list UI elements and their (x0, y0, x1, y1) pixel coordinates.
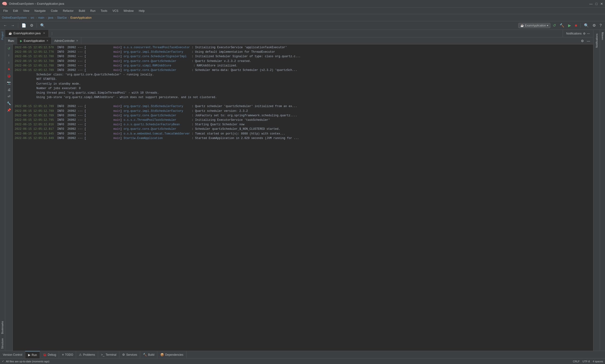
log-pid: 26992 (67, 109, 76, 113)
log-message: : Scheduler meta-data: Quartz Scheduler … (190, 68, 297, 72)
log-pid: 26992 (67, 50, 76, 54)
run-tab-close[interactable]: ✕ (46, 39, 49, 42)
menu-item-window[interactable]: Window (121, 8, 136, 13)
rerun-button[interactable]: ↺ (6, 45, 12, 52)
menu-item-tools[interactable]: Tools (98, 8, 110, 13)
search-everywhere-button[interactable]: 🔍 (39, 22, 46, 29)
bottom-tab-version-control[interactable]: Version Control (0, 351, 25, 358)
bottom-tab-terminal[interactable]: >_Terminal (98, 351, 119, 358)
log-class: o.s.s.concurrent.ThreadPoolTaskExecutor (124, 46, 190, 49)
run-tab-admin-controller[interactable]: AdminController ✕ (51, 37, 81, 44)
bottom-tab-label: TODO (65, 353, 73, 356)
log-timestamp: 2022-06-15 12:05:12.849 (15, 137, 54, 140)
stop-button[interactable]: ■ (573, 23, 579, 29)
breadcrumb-item-1[interactable]: src (30, 16, 34, 19)
bottom-tab-build[interactable]: 🔨Build (140, 351, 157, 358)
scheduler-info-line: Scheduler class: 'org.quartz.core.Quartz… (15, 73, 591, 77)
log-output: 2022-06-15 12:05:12.578 INFO 26992 --- [… (13, 44, 593, 351)
attach-debugger-button[interactable]: 🐞 (6, 73, 12, 79)
indent[interactable]: 4 spaces (593, 360, 603, 363)
recent-files-button[interactable]: 📄 (20, 22, 28, 29)
pin-button[interactable]: 📌 (6, 107, 12, 113)
log-message: : Initializing ExecutorService 'taskSche… (190, 118, 270, 122)
log-message: : Initializing ExecutorService 'applicat… (190, 46, 287, 49)
bottom-tab-dependencies[interactable]: 📦Dependencies (157, 351, 186, 358)
run-tab-admin-close[interactable]: ✕ (76, 39, 78, 42)
maven-label[interactable]: Maven (600, 30, 605, 42)
scroll-up-button[interactable]: ↑ (6, 52, 12, 58)
scroll-down-button[interactable]: ↓ (6, 59, 12, 65)
maximize-button[interactable]: □ (595, 2, 597, 6)
menu-item-vcs[interactable]: VCS (110, 8, 121, 13)
breadcrumb-item-2[interactable]: main (38, 16, 44, 19)
notifications-side-tab[interactable]: Notifications (594, 32, 599, 50)
menu-item-file[interactable]: File (1, 8, 10, 13)
bottom-tab-label: Version Control (3, 353, 22, 356)
run-minimize-button[interactable]: — (586, 38, 591, 43)
print-button[interactable]: 🖨 (6, 87, 12, 93)
log-level: INFO (57, 46, 64, 49)
log-line: 2022-06-15 12:05:12.849 INFO 26992 --- [… (15, 136, 591, 141)
breadcrumb-item-5[interactable]: ExamApplication (70, 16, 91, 19)
menu-item-navigate[interactable]: Navigate (32, 8, 48, 13)
bottom-tab-run[interactable]: ▶Run (25, 351, 40, 358)
minimize-button[interactable]: — (589, 2, 593, 6)
tab-close-button[interactable]: ✕ (43, 32, 45, 35)
menu-item-edit[interactable]: Edit (11, 8, 20, 13)
run-button[interactable]: ▶ (567, 22, 572, 29)
snapshot-button[interactable]: 📷 (6, 80, 12, 86)
refresh-button[interactable]: ↺ (551, 22, 557, 29)
run-side: ↺ ↑ ↓ ■ 🐞 📷 🖨 ⏎ 🔧 📌 2022-06-15 12:05:12.… (5, 44, 593, 351)
structure-tab[interactable]: Structure (0, 336, 5, 351)
notifications-close-icon[interactable]: — (587, 32, 590, 35)
log-timestamp: 2022-06-15 12:05:12.776 (15, 50, 54, 54)
settings-button[interactable]: ⚙ (29, 22, 35, 29)
bottom-tab-icon: ⚙ (122, 353, 125, 356)
log-timestamp: 2022-06-15 12:05:12.789 (15, 105, 54, 108)
menu-item-run[interactable]: Run (88, 8, 98, 13)
log-line: 2022-06-15 12:05:12.788 INFO 26992 --- [… (15, 54, 591, 59)
notifications-settings-icon[interactable]: ⚙ (583, 32, 586, 35)
breadcrumb-separator: › (68, 16, 69, 19)
line-endings[interactable]: CRLF (573, 360, 580, 363)
gear-button[interactable]: ⚙ (591, 22, 597, 29)
stop-button[interactable]: ■ (6, 66, 12, 72)
bottom-tab-problems[interactable]: ⚠Problems (76, 351, 98, 358)
notifications-tab[interactable]: Notifications ⚙ — (563, 30, 593, 37)
breadcrumb-item-4[interactable]: Start1w (57, 16, 67, 19)
bottom-tab-services[interactable]: ⚙Services (119, 351, 140, 358)
run-tab-bar: Run: ▶ ExamApplication ✕ AdminController… (5, 37, 593, 44)
help-button[interactable]: ? (598, 23, 603, 29)
run-config-label: ExamApplication (525, 24, 546, 27)
menu-item-help[interactable]: Help (136, 8, 147, 13)
log-pid: 26992 (67, 105, 76, 108)
scheduler-info-line: Using thread pool 'org.quartz.simpl.Simp… (15, 91, 591, 95)
forward-button[interactable]: → (10, 23, 16, 29)
build-button[interactable]: 🔨 (558, 22, 566, 29)
search-button[interactable]: 🔍 (582, 22, 590, 29)
menu-item-refactor[interactable]: Refactor (61, 8, 76, 13)
menu-item-code[interactable]: Code (49, 8, 60, 13)
log-message: : Quartz scheduler 'quartzScheduler' ini… (190, 105, 297, 108)
log-thread: main (86, 132, 120, 135)
back-button[interactable]: ← (2, 23, 9, 29)
toggle-soft-wrap-button[interactable]: ⏎ (6, 93, 12, 100)
breadcrumb-item-0[interactable]: OnlineExamSystem (2, 16, 27, 19)
log-line: 2022-06-15 12:05:12.578 INFO 26992 --- [… (15, 45, 591, 50)
breadcrumb-item-3[interactable]: java (48, 16, 53, 19)
bottom-tab-todo[interactable]: ≡TODO (59, 351, 76, 358)
log-level: INFO (57, 118, 64, 122)
close-button[interactable]: ✕ (600, 2, 603, 6)
tab-more-button[interactable]: ⋮ (49, 30, 55, 37)
encoding[interactable]: UTF-8 (582, 360, 590, 363)
run-config-selector[interactable]: ☕ ExamApplication ▾ (518, 23, 550, 28)
bookmarks-tab[interactable]: Bookmarks (0, 319, 5, 336)
run-tab-exam-application[interactable]: ▶ ExamApplication ✕ (17, 37, 51, 44)
filter-button[interactable]: 🔧 (6, 100, 12, 106)
tab-exam-application[interactable]: ☕ ExamApplication.java ✕ (5, 30, 49, 37)
menu-item-view[interactable]: View (21, 8, 32, 13)
run-settings-button[interactable]: ⚙ (580, 38, 585, 43)
menu-item-build[interactable]: Build (76, 8, 88, 13)
project-tab[interactable]: Project (0, 30, 5, 42)
bottom-tab-debug[interactable]: 🐞Debug (40, 351, 59, 358)
